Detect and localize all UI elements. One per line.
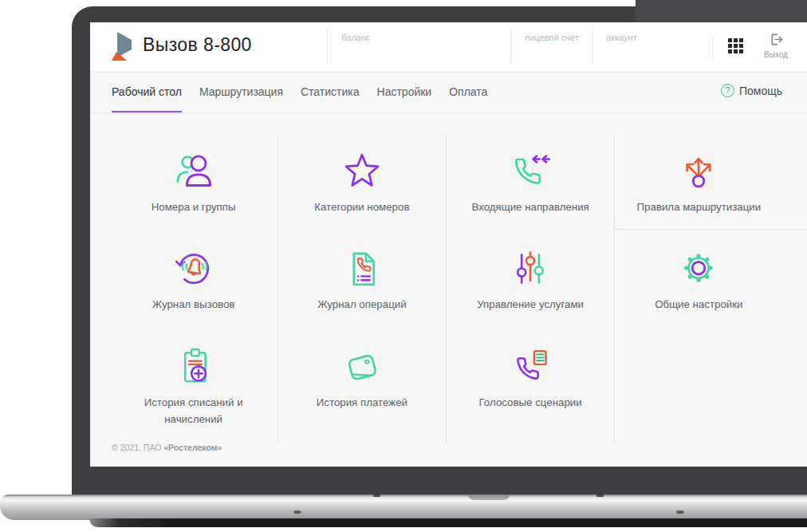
help-label: Помощь — [739, 85, 782, 97]
help-button[interactable]: ? Помощь — [721, 84, 782, 97]
copyright-brand: «Ростелеком» — [163, 443, 222, 452]
dashboard-grid: Номера и группы Категории номеров — [109, 132, 783, 443]
tile-call-log[interactable]: Журнал вызовов — [109, 229, 278, 327]
tile-charges-history[interactable]: История списаний и начислений — [109, 327, 278, 443]
tab-routing[interactable]: Маршрутизация — [199, 72, 283, 112]
tile-label: История списаний и начислений — [120, 395, 268, 428]
tile-label: Входящие направления — [471, 199, 589, 216]
routing-icon — [678, 149, 719, 191]
laptop-hinge-foot — [596, 495, 604, 497]
tile-incoming-directions[interactable]: Входящие направления — [447, 132, 615, 229]
tab-payment[interactable]: Оплата — [449, 72, 487, 112]
users-icon — [173, 149, 215, 191]
apps-grid-icon[interactable] — [728, 38, 744, 54]
balance-field-label: баланс — [341, 33, 370, 42]
tile-general-settings[interactable]: Общие настройки — [615, 229, 783, 327]
call-log-icon — [173, 246, 215, 288]
laptop-base — [0, 495, 807, 520]
sliders-icon — [510, 246, 551, 288]
tile-number-categories[interactable]: Категории номеров — [278, 132, 446, 229]
header-divider — [592, 29, 592, 65]
main-nav: Рабочий стол Маршрутизация Статистика На… — [90, 72, 807, 113]
incoming-call-icon — [510, 149, 551, 191]
logout-label: Выход — [757, 50, 795, 59]
laptop-base-underside — [89, 518, 807, 527]
copyright: © 2021. ПАО «Ростелеком» — [112, 443, 222, 452]
tab-statistics[interactable]: Статистика — [301, 72, 360, 112]
tile-label: Общие настройки — [655, 297, 742, 313]
header-divider — [510, 29, 511, 65]
tile-label: Журнал вызовов — [152, 297, 235, 313]
tile-label: Правила маршрутизации — [637, 199, 762, 216]
header-divider — [327, 29, 328, 65]
laptop-lid-notch — [468, 495, 510, 500]
tile-operations-log[interactable]: Журнал операций — [278, 229, 446, 327]
personal-account-field-label: лицевой счет — [525, 33, 579, 42]
laptop-bezel-top-right — [636, 0, 807, 22]
laptop-mockup: Вызов 8-800 баланс лицевой счет аккаунт — [0, 0, 807, 532]
star-icon — [341, 149, 383, 191]
copyright-prefix: © 2021. ПАО — [112, 443, 163, 452]
tile-label: Журнал операций — [317, 297, 406, 313]
question-mark-icon: ? — [721, 84, 734, 97]
wallet-icon — [341, 345, 383, 386]
voice-scenario-icon — [510, 345, 551, 386]
tile-numbers-groups[interactable]: Номера и группы — [109, 132, 278, 229]
tile-label: Категории номеров — [314, 199, 409, 216]
tile-label: Управление услугами — [477, 297, 584, 313]
brand-logo-icon — [111, 30, 138, 64]
laptop-screw — [676, 510, 684, 514]
tab-desktop[interactable]: Рабочий стол — [112, 72, 182, 112]
app-header: Вызов 8-800 баланс лицевой счет аккаунт — [90, 22, 807, 73]
logout-icon — [769, 33, 784, 46]
tile-label: История платежей — [317, 395, 407, 412]
tab-settings[interactable]: Настройки — [377, 72, 432, 112]
logout-button[interactable]: Выход — [757, 33, 795, 59]
operations-log-icon — [341, 246, 383, 288]
app-screen: Вызов 8-800 баланс лицевой счет аккаунт — [90, 22, 807, 467]
tile-voice-scenarios[interactable]: Голосовые сценарии — [447, 327, 615, 443]
tile-label: Голосовые сценарии — [479, 395, 582, 412]
charges-history-icon — [173, 345, 215, 386]
laptop-screw — [293, 510, 301, 514]
tile-payments-history[interactable]: История платежей — [278, 327, 446, 443]
page-title: Вызов 8-800 — [143, 34, 252, 56]
gear-icon — [678, 246, 719, 288]
account-field-label: аккаунт — [606, 33, 637, 42]
header-divider — [712, 37, 713, 59]
tile-service-management[interactable]: Управление услугами — [447, 229, 615, 327]
tile-routing-rules[interactable]: Правила маршрутизации — [615, 132, 783, 229]
tile-label: Номера и группы — [152, 199, 236, 216]
laptop-hinge-foot — [373, 495, 380, 497]
